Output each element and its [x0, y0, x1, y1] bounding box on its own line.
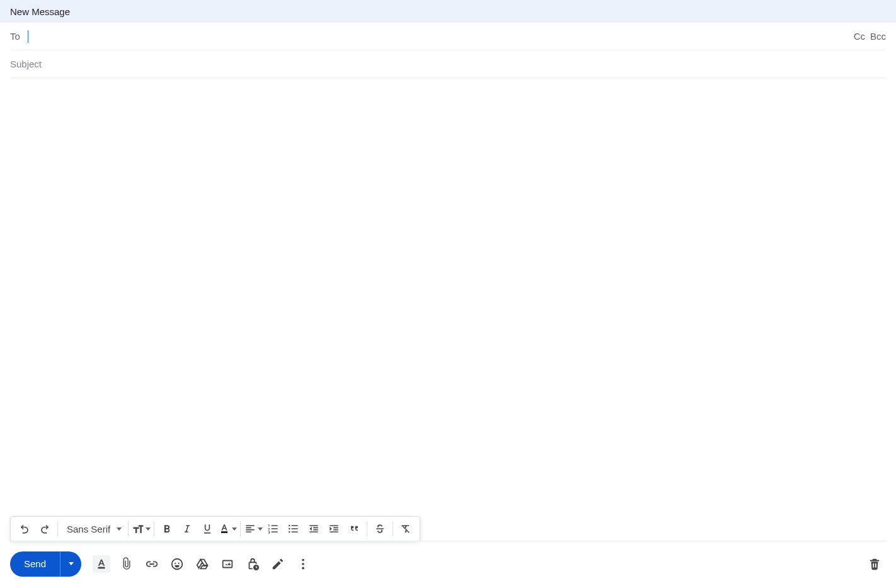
- bold-icon: [161, 522, 173, 535]
- svg-point-4: [302, 567, 304, 569]
- cc-bcc-group: Cc Bcc: [854, 31, 886, 42]
- svg-point-2: [302, 558, 304, 561]
- bold-button[interactable]: [157, 519, 177, 539]
- chevron-down-icon: [117, 527, 122, 531]
- to-label: To: [10, 31, 20, 42]
- cc-toggle[interactable]: Cc: [854, 31, 865, 42]
- strikethrough-icon: [374, 522, 386, 535]
- body-area: [0, 78, 896, 516]
- text-color-icon: [218, 522, 231, 535]
- text-color-chip: [93, 555, 110, 573]
- list-numbered-icon: [267, 522, 280, 535]
- toolbar-separator: [57, 521, 58, 536]
- confidential-mode-button[interactable]: [241, 553, 264, 575]
- redo-icon: [38, 522, 51, 535]
- header-fields: To Cc Bcc: [0, 23, 896, 78]
- to-row: To Cc Bcc: [10, 23, 886, 50]
- formatting-options-button[interactable]: [90, 553, 113, 575]
- undo-icon: [18, 522, 31, 535]
- italic-button[interactable]: [177, 519, 197, 539]
- chevron-down-icon: [258, 527, 263, 531]
- toolbar-separator: [240, 521, 241, 536]
- text-color-icon: [95, 557, 108, 571]
- quote-button[interactable]: [344, 519, 364, 539]
- font-size-picker[interactable]: [131, 519, 151, 539]
- align-button[interactable]: [243, 519, 263, 539]
- more-vert-icon: [296, 557, 310, 571]
- svg-rect-0: [221, 531, 227, 533]
- compose-window: New Message To Cc Bcc: [0, 0, 896, 588]
- insert-photo-button[interactable]: [216, 553, 239, 575]
- image-icon: [221, 557, 234, 571]
- paperclip-icon: [120, 557, 134, 571]
- formatting-toolbar-wrap: Sans Serif: [0, 516, 896, 543]
- toolbar-separator: [393, 521, 393, 536]
- indent-less-button[interactable]: [304, 519, 324, 539]
- formatting-toolbar: Sans Serif: [10, 516, 420, 541]
- font-family-label: Sans Serif: [67, 524, 110, 534]
- chevron-down-icon: [232, 527, 237, 531]
- compose-title: New Message: [10, 6, 70, 17]
- text-size-icon: [132, 522, 144, 535]
- trash-icon: [868, 557, 882, 571]
- bulleted-list-button[interactable]: [284, 519, 304, 539]
- underline-icon: [201, 522, 214, 535]
- list-bulleted-icon: [287, 522, 300, 535]
- insert-drive-button[interactable]: [191, 553, 214, 575]
- svg-rect-1: [98, 567, 105, 568]
- undo-button[interactable]: [14, 519, 35, 539]
- link-icon: [145, 557, 159, 571]
- send-label: Send: [24, 558, 46, 569]
- attach-file-button[interactable]: [115, 553, 138, 575]
- lock-clock-icon: [246, 557, 260, 571]
- chevron-down-icon: [69, 562, 74, 565]
- send-button-group: Send: [10, 551, 81, 577]
- underline-button[interactable]: [197, 519, 217, 539]
- subject-row: [10, 50, 886, 78]
- text-color-button[interactable]: [217, 519, 238, 539]
- numbered-list-button[interactable]: [263, 519, 284, 539]
- remove-formatting-button[interactable]: [396, 519, 416, 539]
- indent-increase-icon: [328, 522, 340, 535]
- compose-titlebar[interactable]: New Message: [0, 0, 896, 23]
- strikethrough-button[interactable]: [370, 519, 390, 539]
- indent-more-button[interactable]: [324, 519, 344, 539]
- toolbar-separator: [128, 521, 129, 536]
- insert-link-button[interactable]: [141, 553, 163, 575]
- pen-icon: [271, 557, 285, 571]
- body-textarea[interactable]: [10, 83, 886, 516]
- italic-icon: [181, 522, 193, 535]
- drive-icon: [195, 557, 209, 571]
- insert-emoji-button[interactable]: [166, 553, 188, 575]
- send-button[interactable]: Send: [10, 551, 60, 577]
- emoji-icon: [170, 557, 184, 571]
- send-options-button[interactable]: [60, 551, 81, 577]
- to-input[interactable]: [28, 29, 854, 44]
- subject-input[interactable]: [10, 57, 886, 72]
- insert-signature-button[interactable]: [267, 553, 289, 575]
- font-family-picker[interactable]: Sans Serif: [60, 519, 125, 539]
- more-options-button[interactable]: [292, 553, 314, 575]
- clear-format-icon: [399, 522, 412, 535]
- align-left-icon: [244, 522, 256, 535]
- chevron-down-icon: [146, 527, 151, 531]
- toolbar-separator: [367, 521, 367, 536]
- indent-decrease-icon: [307, 522, 320, 535]
- discard-draft-button[interactable]: [863, 553, 886, 575]
- toolbar-separator: [154, 521, 154, 536]
- svg-point-3: [302, 563, 304, 565]
- redo-button[interactable]: [35, 519, 55, 539]
- quote-icon: [348, 522, 360, 535]
- bcc-toggle[interactable]: Bcc: [870, 31, 886, 42]
- compose-tool-icons: [90, 553, 314, 575]
- compose-action-bar: Send: [0, 543, 896, 588]
